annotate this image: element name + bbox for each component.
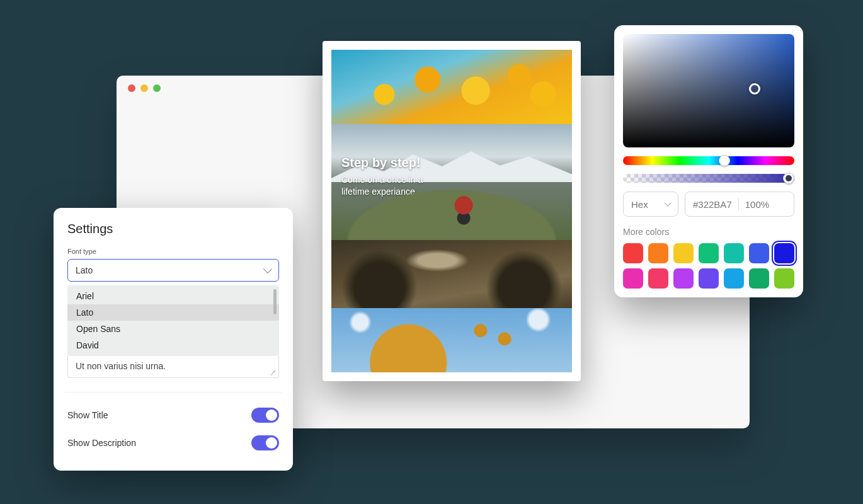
show-description-toggle[interactable]	[251, 435, 279, 450]
color-swatch-1[interactable]	[648, 243, 668, 263]
color-swatch-12[interactable]	[749, 268, 769, 289]
preview-subtext: Come on a once in a lifetime experiance	[341, 174, 423, 198]
font-option-ariel[interactable]: Ariel	[67, 288, 279, 304]
minimize-icon[interactable]	[140, 84, 148, 92]
description-textarea[interactable]: Ut non varius nisi urna.	[67, 356, 279, 378]
color-swatch-5[interactable]	[749, 243, 769, 263]
color-opacity-value: 100%	[745, 199, 769, 210]
color-format-select[interactable]: Hex	[623, 192, 678, 217]
color-swatch-3[interactable]	[699, 243, 719, 263]
color-swatch-11[interactable]	[724, 268, 744, 289]
font-dropdown: Ariel Lato Open Sans David	[67, 285, 279, 356]
preview-overlay: Step by step! Come on a once in a lifeti…	[341, 156, 423, 198]
color-value-box[interactable]: #322BA7 100%	[685, 192, 794, 217]
maximize-icon[interactable]	[153, 84, 161, 92]
show-description-row: Show Description	[67, 429, 279, 457]
preview-headline: Step by step!	[341, 156, 423, 170]
color-hex-value: #322BA7	[693, 199, 732, 210]
alpha-slider[interactable]	[623, 174, 794, 183]
font-select-value: Lato	[76, 265, 93, 275]
color-swatch-13[interactable]	[774, 268, 794, 289]
scrollbar-thumb[interactable]	[273, 289, 277, 314]
font-select[interactable]: Lato	[67, 259, 279, 282]
color-swatch-9[interactable]	[673, 268, 694, 289]
font-type-label: Font type	[67, 248, 279, 255]
more-colors-label: More colors	[623, 227, 794, 237]
hue-slider[interactable]	[623, 156, 794, 165]
divider	[65, 392, 282, 392]
settings-title: Settings	[67, 222, 279, 236]
show-title-row: Show Title	[67, 401, 279, 429]
font-option-david[interactable]: David	[67, 337, 279, 353]
show-title-toggle[interactable]	[251, 408, 279, 423]
color-swatch-8[interactable]	[648, 268, 668, 289]
swatch-grid	[623, 243, 794, 289]
preview-tile-carousel[interactable]	[331, 308, 572, 372]
color-swatch-2[interactable]	[673, 243, 694, 263]
chevron-down-icon	[664, 199, 671, 206]
alpha-thumb[interactable]	[783, 173, 794, 184]
font-option-lato[interactable]: Lato	[67, 304, 279, 321]
preview-tile-flowers[interactable]	[331, 50, 572, 124]
preview-tile-toast[interactable]	[331, 240, 572, 308]
font-option-opensans[interactable]: Open Sans	[67, 321, 279, 337]
resize-handle-icon[interactable]	[270, 369, 276, 375]
color-swatch-7[interactable]	[623, 268, 643, 289]
chevron-down-icon	[263, 265, 272, 273]
color-swatch-6[interactable]	[774, 243, 794, 263]
color-format-value: Hex	[631, 199, 648, 210]
close-icon[interactable]	[128, 84, 135, 92]
image-list-preview: Step by step! Come on a once in a lifeti…	[323, 41, 581, 381]
preview-tile-hiking[interactable]: Step by step! Come on a once in a lifeti…	[331, 124, 572, 240]
show-title-label: Show Title	[67, 410, 108, 420]
color-swatch-0[interactable]	[623, 243, 643, 263]
separator	[738, 198, 739, 210]
color-cursor-icon[interactable]	[749, 83, 760, 94]
textarea-value: Ut non varius nisi urna.	[76, 361, 166, 371]
color-swatch-10[interactable]	[699, 268, 719, 289]
color-picker: Hex #322BA7 100% More colors	[614, 25, 803, 297]
settings-panel: Settings Font type Lato Ariel Lato Open …	[54, 208, 293, 471]
color-swatch-4[interactable]	[724, 243, 744, 263]
color-gradient-area[interactable]	[623, 34, 794, 147]
show-description-label: Show Description	[67, 438, 136, 448]
hue-thumb[interactable]	[719, 155, 730, 166]
